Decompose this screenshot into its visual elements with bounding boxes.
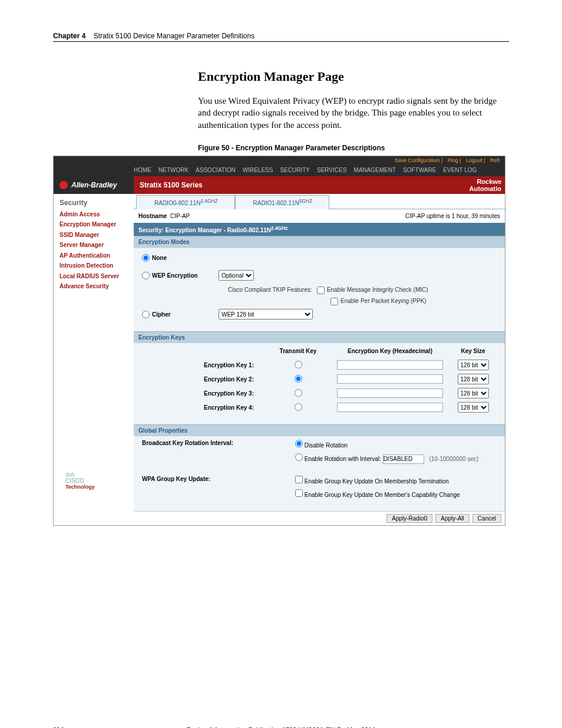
key2-transmit-radio[interactable] xyxy=(295,375,302,383)
chapter-title: Stratix 5100 Device Manager Parameter De… xyxy=(94,32,254,40)
mode-cipher-label: Cipher xyxy=(152,311,171,318)
nav-eventlog[interactable]: EVENT LOG xyxy=(443,167,477,173)
chapter-header: Chapter 4 Stratix 5100 Device Manager Pa… xyxy=(53,32,509,40)
ppk-checkbox[interactable] xyxy=(330,298,338,305)
publication-line: Rockwell Automation Publication 1783-UM0… xyxy=(187,726,376,728)
tkip-line: Cisco Compliant TKIP Features: Enable Me… xyxy=(228,286,497,294)
encryption-keys-header: Encryption Keys xyxy=(134,331,505,343)
ab-badge-icon xyxy=(59,181,68,189)
sidebar-item-intrusion-detection[interactable]: Intrusion Detection xyxy=(59,262,129,270)
nav-software[interactable]: SOFTWARE xyxy=(403,167,436,173)
nav-home[interactable]: HOME xyxy=(134,167,151,173)
refresh-link[interactable]: Refr xyxy=(490,157,500,163)
antenna-icon xyxy=(246,200,251,206)
ppk-label: Enable Per Packet Keying (PPK) xyxy=(340,298,427,304)
sidebar-item-admin-access[interactable]: Admin Access xyxy=(59,210,129,219)
screenshot-figure: Save Configuration | Ping | Logout | Ref… xyxy=(53,156,505,526)
key2-size-select[interactable]: 128 bit xyxy=(458,374,489,384)
body-paragraph: You use Wired Equivalent Privacy (WEP) t… xyxy=(198,95,509,131)
cancel-button[interactable]: Cancel xyxy=(472,514,501,523)
key2-hex-input[interactable] xyxy=(337,374,443,384)
apply-radio0-button[interactable]: Apply-Radio0 xyxy=(386,514,432,523)
nav-wireless[interactable]: WIRELESS xyxy=(243,167,273,173)
nav-services[interactable]: SERVICES xyxy=(317,167,346,173)
mic-checkbox[interactable] xyxy=(317,286,325,294)
key3-hex-input[interactable] xyxy=(337,388,443,398)
antenna-icon xyxy=(147,200,152,206)
sidebar-item-advance-security[interactable]: Advance Security xyxy=(59,282,129,291)
brand-left: Allen-Bradley xyxy=(54,176,134,194)
nav-network[interactable]: NETWORK xyxy=(158,167,189,173)
col-size: Key Size xyxy=(449,348,497,354)
bkri-enable-label: Enable Rotation with Interval: xyxy=(305,456,381,462)
bkri-disable-radio[interactable] xyxy=(295,440,303,447)
mode-none-radio[interactable] xyxy=(142,254,150,262)
save-config-link[interactable]: Save Configuration xyxy=(395,157,440,163)
nav-association[interactable]: ASSOCIATION xyxy=(196,167,236,173)
ping-link[interactable]: Ping xyxy=(448,157,458,163)
sidebar-item-local-radius[interactable]: Local RADIUS Server xyxy=(59,272,129,281)
key3-label: Encryption Key 3: xyxy=(142,390,266,397)
chapter-label: Chapter 4 xyxy=(53,32,85,40)
key1-label: Encryption Key 1: xyxy=(142,362,266,368)
main-nav: HOME NETWORK ASSOCIATION WIRELESS SECURI… xyxy=(54,164,505,176)
wep-optional-select[interactable]: Optional xyxy=(219,270,254,281)
keys-header-row: Transmit Key Encryption Key (Hexadecimal… xyxy=(134,343,505,358)
key3-size-select[interactable]: 128 bit xyxy=(458,388,489,398)
logout-link[interactable]: Logout xyxy=(466,157,482,163)
encryption-modes-header: Encryption Modes xyxy=(134,236,505,248)
wpa-termination-label: Enable Group Key Update On Membership Te… xyxy=(305,478,449,485)
sidebar-item-ssid-manager[interactable]: SSID Manager xyxy=(59,231,129,239)
utility-bar: Save Configuration | Ping | Logout | Ref… xyxy=(54,156,505,164)
key4-hex-input[interactable] xyxy=(337,403,443,412)
figure-caption: Figure 50 - Encryption Manager Parameter… xyxy=(198,144,509,152)
bkri-enable-radio[interactable] xyxy=(295,453,303,461)
apply-all-button[interactable]: Apply-All xyxy=(435,514,469,523)
sidebar-item-encryption-manager[interactable]: Encryption Manager xyxy=(59,220,129,229)
tab-radio0[interactable]: RADIO0-802.11N2.4GHZ xyxy=(136,195,235,209)
brand-right: Rockwe Automatio xyxy=(452,176,505,194)
breadcrumb-sup: 2.4GHz xyxy=(271,225,287,231)
encryption-modes-panel: None WEP Encryption Optional Cisco Compl… xyxy=(134,248,505,331)
key4-size-select[interactable]: 128 bit xyxy=(458,402,489,413)
bkri-label: Broadcast Key Rotation Interval: xyxy=(142,440,295,469)
tab-radio1[interactable]: RADIO1-802.11N5GHZ xyxy=(235,195,330,209)
nav-management[interactable]: MANAGEMENT xyxy=(353,167,396,173)
series-bar: Allen-Bradley Stratix 5100 Series Rockwe… xyxy=(54,176,505,194)
bkri-interval-input[interactable] xyxy=(383,454,424,464)
key3-transmit-radio[interactable] xyxy=(295,389,302,397)
sidebar-item-ap-authentication[interactable]: AP Authentication xyxy=(59,252,129,260)
tab-radio0-label: RADIO0-802.11N xyxy=(154,200,200,207)
cipher-select[interactable]: WEP 128 bit xyxy=(219,309,313,319)
hostname-value: CIP-AP xyxy=(170,213,190,219)
hostname-label: Hostname xyxy=(138,213,167,219)
page-number: 114 xyxy=(53,726,64,728)
radio-tabs: RADIO0-802.11N2.4GHZ RADIO1-802.11N5GHZ xyxy=(134,194,505,209)
sidebar-title: Security xyxy=(59,199,129,207)
nav-security[interactable]: SECURITY xyxy=(280,167,310,173)
wpa-label: WPA Group Key Update: xyxy=(142,476,295,503)
button-row: Apply-Radio0 Apply-All Cancel xyxy=(134,511,505,525)
sidebar-item-server-manager[interactable]: Server Manager xyxy=(59,241,129,249)
key-row-2: Encryption Key 2: 128 bit xyxy=(134,372,505,386)
bkri-row: Broadcast Key Rotation Interval: Disable… xyxy=(134,436,505,472)
mode-wep-radio[interactable] xyxy=(142,272,150,279)
tkip-label: Cisco Compliant TKIP Features: xyxy=(228,286,312,293)
key-row-1: Encryption Key 1: 128 bit xyxy=(134,358,505,372)
key1-size-select[interactable]: 128 bit xyxy=(458,360,489,370)
wpa-capability-checkbox[interactable] xyxy=(295,489,303,497)
col-hex: Encryption Key (Hexadecimal) xyxy=(330,348,449,354)
key1-hex-input[interactable] xyxy=(337,360,443,370)
breadcrumb-bar: Security: Encryption Manager - Radio0-80… xyxy=(134,223,505,236)
key1-transmit-radio[interactable] xyxy=(295,361,302,368)
uptime-text: CIP-AP uptime is 1 hour, 39 minutes xyxy=(405,213,500,219)
key4-transmit-radio[interactable] xyxy=(295,403,302,411)
bkri-disable-label: Disable Rotation xyxy=(305,442,348,449)
wpa-termination-checkbox[interactable] xyxy=(295,476,303,483)
sidebar: Security Admin Access Encryption Manager… xyxy=(54,194,134,525)
series-name: Stratix 5100 Series xyxy=(134,176,452,194)
chapter-rule xyxy=(53,41,509,42)
mode-cipher-radio[interactable] xyxy=(142,311,150,318)
wpa-capability-label: Enable Group Key Update On Member's Capa… xyxy=(305,492,460,498)
tab-radio0-sup: 2.4GHZ xyxy=(200,198,217,204)
